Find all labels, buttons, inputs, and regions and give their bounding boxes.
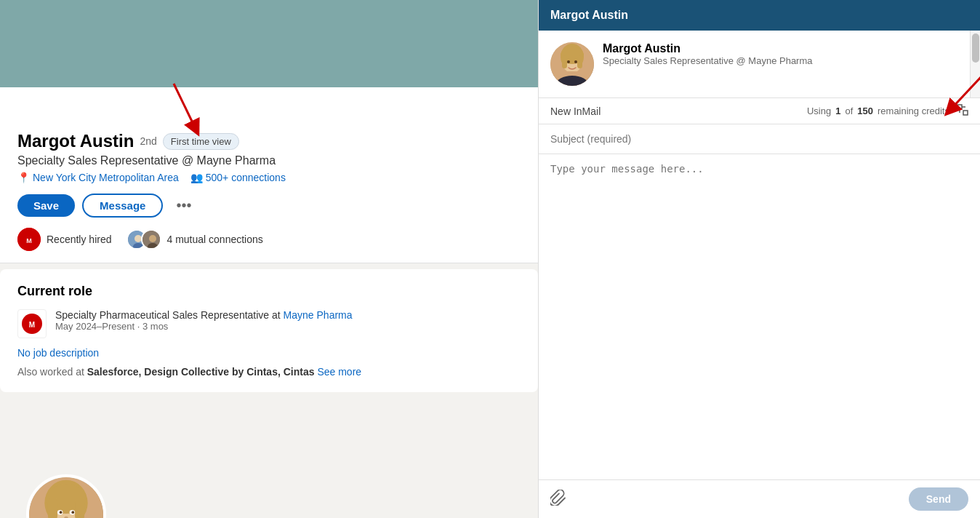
svg-rect-36 xyxy=(957,105,962,109)
current-role-section: Current role M Specialty Pharmaceutical … xyxy=(0,269,538,392)
svg-point-32 xyxy=(574,60,577,63)
inmail-avatar xyxy=(550,42,594,86)
inmail-profile-title: Specialty Sales Representative @ Mayne P… xyxy=(603,55,813,66)
also-worked-companies: Salesforce, Design Collective by Cintas,… xyxy=(87,366,318,378)
scrollbar[interactable] xyxy=(970,31,980,97)
recently-hired-label: Recently hired xyxy=(47,234,112,245)
profile-header-bg xyxy=(0,0,538,87)
inmail-profile-section: Margot Austin Specialty Sales Representa… xyxy=(539,31,980,98)
first-time-badge: First time view xyxy=(163,133,239,150)
save-button[interactable]: Save xyxy=(17,194,75,217)
svg-text:M: M xyxy=(29,321,35,329)
profile-name: Margot Austin xyxy=(17,131,134,151)
profile-avatar xyxy=(29,477,103,518)
role-item: M Specialty Pharmaceutical Sales Represe… xyxy=(17,309,521,338)
more-options-button[interactable]: ••• xyxy=(170,194,197,217)
mutual-connections-item: 4 mutual connections xyxy=(126,229,263,250)
scrollbar-thumb xyxy=(972,33,979,63)
svg-rect-30 xyxy=(577,55,582,68)
connections-text: 500+ connections xyxy=(206,172,286,183)
role-title-text: Specialty Pharmaceutical Sales Represent… xyxy=(55,309,284,321)
svg-point-20 xyxy=(149,235,156,242)
paperclip-icon xyxy=(550,490,566,506)
connections-item: 👥 500+ connections xyxy=(190,172,286,183)
credits-suffix: remaining credits xyxy=(877,105,949,116)
location-icon: 📍 xyxy=(17,172,30,183)
credits-of: of xyxy=(845,105,853,116)
svg-point-10 xyxy=(60,511,63,514)
connections-icon: 👥 xyxy=(190,172,203,183)
role-date: May 2024–Present · 3 mos xyxy=(55,321,353,332)
svg-rect-29 xyxy=(562,55,567,68)
inmail-header-title: Margot Austin xyxy=(550,9,628,22)
see-more-link[interactable]: See more xyxy=(317,366,361,378)
degree-badge: 2nd xyxy=(140,135,156,147)
insight-row: M Recently hired xyxy=(17,228,521,251)
credits-used: 1 xyxy=(835,105,840,116)
credits-prefix: Using xyxy=(807,105,831,116)
recently-hired-item: M Recently hired xyxy=(17,228,112,251)
role-title: Specialty Pharmaceutical Sales Represent… xyxy=(55,309,353,321)
subject-input[interactable] xyxy=(539,124,980,154)
no-description: No job description xyxy=(17,347,521,359)
left-panel: Margot Austin 2nd First time view Specia… xyxy=(0,0,538,518)
recently-hired-icon: M xyxy=(17,228,41,251)
message-textarea[interactable] xyxy=(539,154,980,479)
expand-button[interactable] xyxy=(957,104,968,118)
action-buttons: Save Message ••• xyxy=(17,194,521,218)
inmail-compose-bar: New InMail Using 1 of 150 remaining cred… xyxy=(539,98,980,124)
role-company-link[interactable]: Mayne Pharma xyxy=(284,309,353,321)
mutual-connections-label: 4 mutual connections xyxy=(167,234,263,245)
svg-rect-7 xyxy=(75,498,84,518)
svg-line-13 xyxy=(174,84,196,129)
new-inmail-label: New InMail xyxy=(550,105,601,117)
also-worked-prefix: Also worked at xyxy=(17,366,87,378)
credits-total: 150 xyxy=(857,105,873,116)
svg-point-11 xyxy=(71,511,74,514)
profile-meta: 📍 New York City Metropolitan Area 👥 500+… xyxy=(17,172,521,183)
send-button[interactable]: Send xyxy=(909,487,968,511)
inmail-profile-name: Margot Austin xyxy=(603,42,813,55)
also-worked: Also worked at Salesforce, Design Collec… xyxy=(17,366,521,378)
profile-title: Specialty Sales Representative @ Mayne P… xyxy=(17,154,521,167)
compose-footer: Send xyxy=(539,479,980,518)
attach-button[interactable] xyxy=(550,490,566,509)
right-panel: Margot Austin Margot Austin Specialty Sa… xyxy=(538,0,980,518)
svg-text:M: M xyxy=(26,237,32,244)
location-text: New York City Metropolitan Area xyxy=(33,172,179,183)
profile-info-area: Margot Austin 2nd First time view Specia… xyxy=(0,87,538,263)
svg-point-31 xyxy=(567,60,570,63)
inmail-profile-info: Margot Austin Specialty Sales Representa… xyxy=(603,42,813,66)
message-button[interactable]: Message xyxy=(82,194,163,218)
mutual-avatar-2 xyxy=(141,229,161,250)
inmail-header: Margot Austin xyxy=(539,0,980,31)
company-logo: M xyxy=(17,309,47,338)
credits-area: Using 1 of 150 remaining credits xyxy=(807,104,968,118)
profile-avatar-container xyxy=(26,474,106,518)
expand-icon xyxy=(957,104,968,116)
role-details: Specialty Pharmaceutical Sales Represent… xyxy=(55,309,353,338)
mutual-avatars xyxy=(126,229,161,250)
location-item: 📍 New York City Metropolitan Area xyxy=(17,172,179,183)
svg-rect-6 xyxy=(48,498,57,518)
name-row: Margot Austin 2nd First time view xyxy=(17,131,521,151)
svg-rect-37 xyxy=(963,111,968,115)
current-role-title: Current role xyxy=(17,284,521,299)
